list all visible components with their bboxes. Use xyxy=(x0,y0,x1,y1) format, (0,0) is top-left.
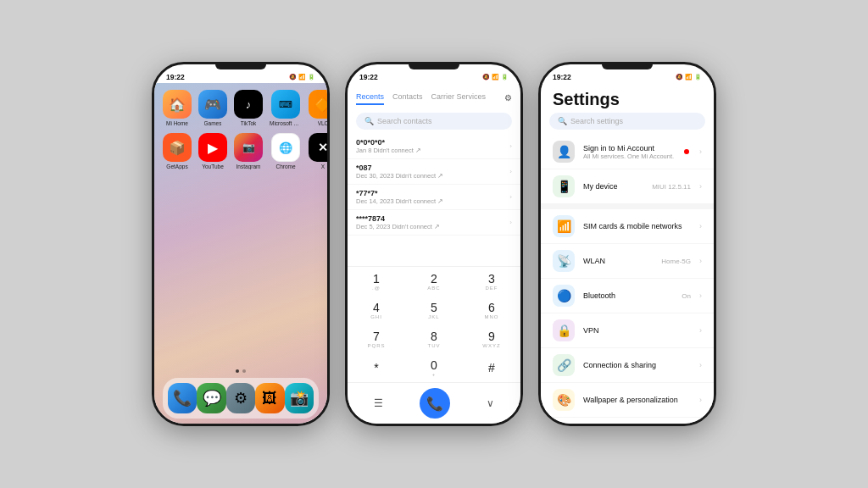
settings-item-wlan[interactable]: 📡 WLAN Home-5G › xyxy=(541,244,714,279)
device-value: MIUI 12.5.11 xyxy=(652,183,691,191)
dock-gallery[interactable]: 🖼 xyxy=(255,383,284,413)
app-grid: 🏠 Mi Home 🎮 Games ♪ TikTok ⌨ Microsoft S… xyxy=(163,90,319,169)
settings-item-account[interactable]: 👤 Sign in to Mi Account All Mi services.… xyxy=(541,135,714,169)
signal-icon-d: 🔕 xyxy=(482,74,490,80)
search-placeholder: Search contacts xyxy=(377,117,432,125)
sim-text: SIM cards & mobile networks xyxy=(583,222,691,230)
app-ms[interactable]: ⌨ Microsoft SwiftKey... xyxy=(270,90,302,126)
settings-search[interactable]: 🔍 Search settings xyxy=(549,113,705,130)
ms-icon: ⌨ xyxy=(271,90,300,119)
dialer-settings-icon[interactable]: ⚙ xyxy=(504,93,512,103)
time-settings: 19:22 xyxy=(553,73,571,81)
status-icons-dialer: 🔕 📶 🔋 xyxy=(482,74,509,80)
settings-item-connection[interactable]: 🔗 Connection & sharing › xyxy=(541,348,714,383)
account-subtitle: All Mi services. One Mi Account. xyxy=(583,152,676,160)
call-4[interactable]: ****7874 Dec 5, 2023 Didn't connect ↗ › xyxy=(348,210,520,236)
dock-messages[interactable]: 💬 xyxy=(197,383,225,413)
app-mihome[interactable]: 🏠 Mi Home xyxy=(163,90,192,126)
app-games[interactable]: 🎮 Games xyxy=(198,90,227,126)
dock-phone[interactable]: 📞 xyxy=(168,383,197,413)
call-number-4: ****7874 xyxy=(356,214,509,223)
wlan-arrow: › xyxy=(699,257,702,265)
dialer-search[interactable]: 🔍 Search contacts xyxy=(356,113,512,130)
app-vlc[interactable]: 🔶 VLC xyxy=(309,90,327,126)
chrome-icon: 🌐 xyxy=(271,133,300,162)
call-info-1: 0*0*0*0* Jan 8 Didn't connect ↗ xyxy=(356,138,509,154)
tab-contacts[interactable]: Contacts xyxy=(392,90,423,105)
sim-icon: 📶 xyxy=(553,215,575,237)
tab-carrier[interactable]: Carrier Services xyxy=(431,90,487,105)
getapps-label: GetApps xyxy=(166,164,187,169)
app-x[interactable]: ✕ X xyxy=(309,133,327,169)
app-getapps[interactable]: 📦 GetApps xyxy=(163,133,192,169)
search-icon-s: 🔍 xyxy=(558,117,567,125)
dot-2 xyxy=(242,369,246,373)
instagram-icon: 📷 xyxy=(234,133,263,162)
dial-letters-5: JKL xyxy=(428,314,439,319)
status-bar-settings: 19:22 🔕 📶 🔋 xyxy=(541,68,714,83)
dial-2[interactable]: 2 ABC xyxy=(405,267,463,296)
settings-list: 👤 Sign in to Mi Account All Mi services.… xyxy=(541,135,714,424)
dial-num-1: 1 xyxy=(373,272,380,286)
sim-arrow: › xyxy=(699,222,702,230)
wallpaper-title: Wallpaper & personalization xyxy=(583,396,691,404)
settings-item-bluetooth[interactable]: 🔵 Bluetooth On › xyxy=(541,279,714,313)
settings-item-display[interactable]: 🔆 Always-on display & Lock screen › xyxy=(541,418,714,424)
x-icon: ✕ xyxy=(309,133,327,162)
dock-settings[interactable]: ⚙ xyxy=(226,383,255,413)
dial-star[interactable]: * xyxy=(348,353,405,382)
signal-icon-s: 🔕 xyxy=(676,74,683,80)
settings-search-placeholder: Search settings xyxy=(570,117,623,125)
tab-recents[interactable]: Recents xyxy=(356,90,384,105)
call-2[interactable]: *087 Dec 30, 2023 Didn't connect ↗ › xyxy=(348,159,520,185)
vpn-text: VPN xyxy=(583,326,691,335)
dial-4[interactable]: 4 GHI xyxy=(348,296,405,324)
dial-0[interactable]: 0 + xyxy=(405,353,463,382)
bluetooth-arrow: › xyxy=(699,291,702,300)
app-youtube[interactable]: ▶ YouTube xyxy=(198,133,227,169)
dot-1 xyxy=(236,369,239,373)
app-chrome[interactable]: 🌐 Chrome xyxy=(270,133,302,169)
menu-icon[interactable]: ☰ xyxy=(374,397,383,409)
settings-item-device[interactable]: 📱 My device MIUI 12.5.11 › xyxy=(541,169,714,204)
call-1[interactable]: 0*0*0*0* Jan 8 Didn't connect ↗ › xyxy=(348,134,520,159)
dial-letters-8: TUV xyxy=(428,343,441,348)
settings-screen: Settings 🔍 Search settings 👤 Sign in to … xyxy=(541,83,714,424)
account-title: Sign in to Mi Account xyxy=(583,144,676,152)
call-date-4: Dec 5, 2023 Didn't connect ↗ xyxy=(356,223,509,230)
device-title: My device xyxy=(583,182,643,191)
call-3[interactable]: *77*7* Dec 14, 2023 Didn't connect ↗ › xyxy=(348,185,520,210)
dial-3[interactable]: 3 DEF xyxy=(463,267,520,296)
dial-8[interactable]: 8 TUV xyxy=(405,324,463,353)
call-button[interactable]: 📞 xyxy=(420,388,450,419)
app-tiktok[interactable]: ♪ TikTok xyxy=(234,90,263,126)
dial-5[interactable]: 5 JKL xyxy=(405,296,463,324)
call-arrow-2: › xyxy=(509,168,512,175)
settings-item-sim[interactable]: 📶 SIM cards & mobile networks › xyxy=(541,209,714,244)
dial-6[interactable]: 6 MNO xyxy=(463,296,520,324)
settings-item-vpn[interactable]: 🔒 VPN › xyxy=(541,313,714,348)
tiktok-icon: ♪ xyxy=(234,90,263,119)
youtube-icon: ▶ xyxy=(198,133,227,162)
dial-num-hash: # xyxy=(488,361,495,374)
dial-hash[interactable]: # xyxy=(463,353,520,382)
time-dialer: 19:22 xyxy=(359,73,378,81)
ms-label: Microsoft SwiftKey... xyxy=(270,120,302,126)
dial-letters-2: ABC xyxy=(427,286,440,291)
dial-num-6: 6 xyxy=(488,301,495,314)
settings-item-wallpaper[interactable]: 🎨 Wallpaper & personalization › xyxy=(541,383,714,418)
wifi-icon: 📶 xyxy=(298,74,306,80)
expand-icon[interactable]: ∨ xyxy=(487,397,494,409)
dial-1[interactable]: 1 .@ xyxy=(348,267,405,296)
dial-9[interactable]: 9 WXYZ xyxy=(463,324,520,353)
bluetooth-icon: 🔵 xyxy=(553,285,575,307)
app-instagram[interactable]: 📷 Instagram xyxy=(234,133,263,169)
dial-num-5: 5 xyxy=(431,301,437,314)
time-home: 19:22 xyxy=(166,73,185,81)
dial-letters-7: PQRS xyxy=(367,343,385,348)
dock-camera[interactable]: 📸 xyxy=(285,383,314,413)
dial-letters-1: .@ xyxy=(372,286,381,291)
dialer-screen: Recents Contacts Carrier Services ⚙ 🔍 Se… xyxy=(348,83,520,424)
dial-7[interactable]: 7 PQRS xyxy=(348,324,405,353)
tiktok-label: TikTok xyxy=(241,120,257,126)
